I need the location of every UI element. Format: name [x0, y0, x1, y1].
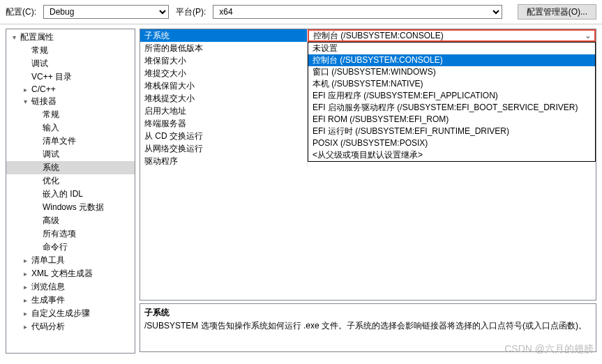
- tree-spacer: [20, 59, 30, 69]
- tree-spacer: [31, 137, 41, 146]
- dropdown-option[interactable]: EFI 应用程序 (/SUBSYSTEM:EFI_APPLICATION): [308, 90, 595, 102]
- tree-item-label: 链接器: [30, 96, 57, 107]
- tree-item[interactable]: 输入: [6, 121, 135, 135]
- expand-icon[interactable]: ▸: [20, 309, 30, 319]
- tree-item-label: 浏览信息: [30, 281, 65, 293]
- tree-item-label: 调试: [30, 58, 48, 70]
- tree-item-label: 配置属性: [19, 31, 54, 43]
- tree-spacer: [20, 73, 30, 82]
- tree-spacer: [31, 203, 41, 213]
- tree-item[interactable]: 系统: [6, 161, 135, 174]
- tree-item[interactable]: ▸浏览信息: [6, 280, 135, 294]
- expand-icon[interactable]: ▸: [20, 282, 30, 292]
- tree-item[interactable]: 调试: [6, 148, 135, 161]
- tree-item-label: 系统: [41, 162, 59, 174]
- tree-spacer: [20, 46, 30, 56]
- tree-item-label: XML 文档生成器: [30, 268, 93, 280]
- tree-item-label: 嵌入的 IDL: [41, 188, 83, 200]
- property-grid: 子系统 控制台 (/SUBSYSTEM:CONSOLE) ⌄ 所需的最低版本堆保…: [140, 29, 596, 301]
- property-name: 驱动程序: [140, 155, 308, 167]
- tree-item[interactable]: 优化: [6, 174, 135, 188]
- expand-icon[interactable]: ▸: [20, 269, 30, 279]
- dropdown-option[interactable]: 未设置: [308, 43, 595, 54]
- tree-item-label: 常规: [41, 109, 59, 121]
- dropdown-option[interactable]: 本机 (/SUBSYSTEM:NATIVE): [308, 78, 595, 90]
- chevron-down-icon: ⌄: [582, 29, 594, 42]
- config-select[interactable]: Debug: [43, 5, 169, 19]
- tree-item[interactable]: 清单文件: [6, 135, 135, 148]
- tree-item-label: 命令行: [41, 241, 68, 253]
- property-name: 从 CD 交换运行: [140, 130, 308, 142]
- dropdown-option[interactable]: EFI ROM (/SUBSYSTEM:EFI_ROM): [308, 114, 595, 126]
- tree-item[interactable]: 嵌入的 IDL: [6, 188, 135, 201]
- tree-item-label: 高级: [41, 215, 59, 227]
- platform-label: 平台(P):: [176, 6, 206, 18]
- tree-item[interactable]: ▸XML 文档生成器: [6, 267, 135, 280]
- tree-item-label: 调试: [41, 149, 59, 160]
- property-name: 堆栈提交大小: [140, 92, 308, 105]
- tree-item[interactable]: 常规: [6, 44, 135, 57]
- tree-item-label: 优化: [41, 175, 59, 187]
- tree-item[interactable]: ▸代码分析: [6, 320, 135, 333]
- tree-item[interactable]: VC++ 目录: [6, 70, 135, 84]
- config-manager-button[interactable]: 配置管理器(O)...: [518, 4, 596, 20]
- tree-item[interactable]: 所有选项: [6, 227, 135, 241]
- tree-spacer: [31, 176, 41, 186]
- tree-spacer: [31, 163, 41, 173]
- tree-item-label: C/C++: [30, 84, 56, 94]
- dropdown-option[interactable]: POSIX (/SUBSYSTEM:POSIX): [308, 137, 595, 149]
- tree-spacer: [31, 150, 41, 160]
- tree-item-label: Windows 元数据: [41, 202, 104, 213]
- collapse-icon[interactable]: ▾: [9, 33, 19, 43]
- tree-item[interactable]: 命令行: [6, 241, 135, 254]
- top-toolbar: 配置(C): Debug 平台(P): x64 配置管理器(O)...: [0, 0, 602, 24]
- tree-item-label: 常规: [30, 45, 48, 56]
- dropdown-option[interactable]: 控制台 (/SUBSYSTEM:CONSOLE): [308, 54, 595, 66]
- dropdown-option[interactable]: 窗口 (/SUBSYSTEM:WINDOWS): [308, 66, 595, 78]
- tree-spacer: [31, 123, 41, 133]
- tree-spacer: [31, 229, 41, 239]
- property-name: 从网络交换运行: [140, 142, 308, 155]
- tree-item[interactable]: ▸生成事件: [6, 294, 135, 307]
- expand-icon[interactable]: ▸: [20, 256, 30, 266]
- tree-spacer: [31, 110, 41, 120]
- dropdown-option[interactable]: EFI 运行时 (/SUBSYSTEM:EFI_RUNTIME_DRIVER): [308, 126, 595, 137]
- config-label: 配置(C):: [6, 6, 36, 18]
- platform-select[interactable]: x64: [213, 5, 502, 19]
- property-name: 终端服务器: [140, 117, 308, 130]
- description-panel: 子系统 /SUBSYSTEM 选项告知操作系统如何运行 .exe 文件。子系统的…: [140, 303, 596, 352]
- subsystem-dropdown-list[interactable]: 未设置控制台 (/SUBSYSTEM:CONSOLE)窗口 (/SUBSYSTE…: [308, 42, 596, 162]
- subsystem-current-value: 控制台 (/SUBSYSTEM:CONSOLE): [313, 29, 444, 42]
- collapse-icon[interactable]: ▾: [20, 97, 30, 107]
- tree-item-label: 清单工具: [30, 255, 65, 266]
- dropdown-option[interactable]: EFI 启动服务驱动程序 (/SUBSYSTEM:EFI_BOOT_SERVIC…: [308, 102, 595, 114]
- dropdown-option[interactable]: <从父级或项目默认设置继承>: [308, 149, 595, 161]
- tree-item-label: 生成事件: [30, 294, 65, 306]
- tree-item-label: 代码分析: [30, 321, 65, 333]
- tree-item[interactable]: Windows 元数据: [6, 201, 135, 214]
- tree-item[interactable]: 高级: [6, 214, 135, 227]
- property-name: 堆栈保留大小: [140, 79, 308, 92]
- description-title: 子系统: [144, 307, 592, 319]
- property-name: 所需的最低版本: [140, 42, 308, 54]
- tree-item[interactable]: ▸C/C++: [6, 84, 135, 95]
- tree-spacer: [31, 216, 41, 226]
- subsystem-dropdown-trigger[interactable]: 控制台 (/SUBSYSTEM:CONSOLE) ⌄: [308, 29, 596, 42]
- expand-icon[interactable]: ▸: [20, 296, 30, 305]
- property-name: 堆保留大小: [140, 54, 308, 67]
- expand-icon[interactable]: ▸: [20, 322, 30, 332]
- nav-tree[interactable]: ▾配置属性常规调试VC++ 目录▸C/C++▾链接器常规输入清单文件调试系统优化…: [6, 29, 135, 354]
- property-name: 堆提交大小: [140, 67, 308, 79]
- tree-item-label: 清单文件: [41, 135, 76, 147]
- expand-icon[interactable]: ▸: [20, 84, 30, 94]
- tree-spacer: [31, 190, 41, 199]
- tree-item-label: 所有选项: [41, 228, 76, 240]
- description-text: /SUBSYSTEM 选项告知操作系统如何运行 .exe 文件。子系统的选择会影…: [144, 320, 592, 332]
- tree-item[interactable]: 常规: [6, 108, 135, 121]
- tree-item[interactable]: ▾链接器: [6, 95, 135, 108]
- grid-header-row: 子系统 控制台 (/SUBSYSTEM:CONSOLE) ⌄: [140, 29, 596, 42]
- tree-item[interactable]: ▸清单工具: [6, 254, 135, 267]
- tree-item[interactable]: ▸自定义生成步骤: [6, 307, 135, 320]
- tree-item[interactable]: ▾配置属性: [6, 31, 135, 44]
- tree-item[interactable]: 调试: [6, 57, 135, 70]
